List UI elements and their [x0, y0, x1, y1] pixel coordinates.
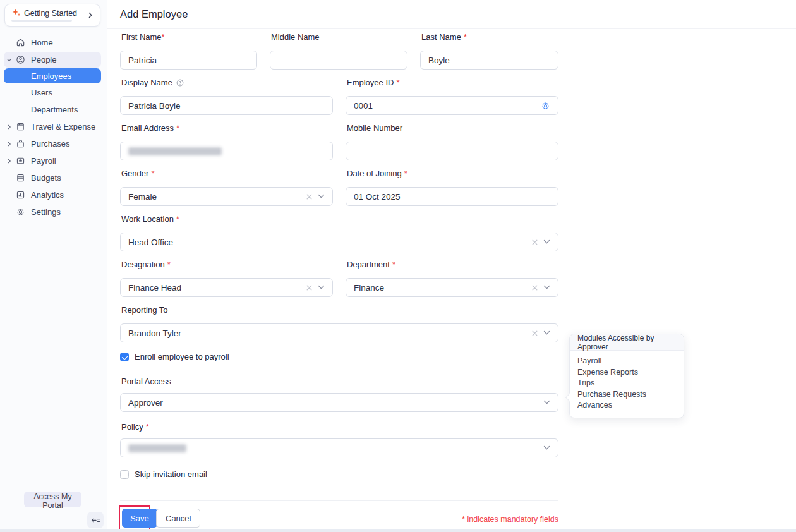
chevron-right-icon[interactable] — [6, 158, 13, 164]
department-label: Department — [347, 260, 395, 269]
sidebar-item-label: Budgets — [31, 173, 61, 183]
required-asterisk — [151, 169, 154, 178]
required-asterisk — [167, 260, 171, 269]
date-of-joining-label: Date of Joining — [347, 169, 407, 178]
tooltip-item: Trips — [577, 378, 676, 389]
page-title: Add Employee — [120, 8, 188, 20]
sidebar-item-budgets[interactable]: Budgets — [4, 169, 101, 186]
employee-id-label: Employee ID — [347, 78, 399, 87]
skip-invitation-checkbox[interactable]: Skip invitation email — [120, 469, 207, 479]
getting-started-progress — [11, 20, 72, 22]
policy-label: Policy — [121, 422, 149, 432]
sidebar-item-label: Home — [31, 38, 53, 47]
sidebar-item-label: Departments — [31, 105, 78, 114]
sidebar-item-travel-expense[interactable]: Travel & Expense — [4, 118, 101, 135]
required-asterisk — [392, 260, 395, 269]
tooltip-item: Expense Reports — [577, 367, 676, 378]
sidebar-item-departments[interactable]: Departments — [4, 101, 101, 118]
sidebar-item-label: Payroll — [31, 156, 56, 166]
employee-id-field[interactable]: 0001 — [346, 96, 558, 115]
footer-divider — [120, 500, 558, 501]
getting-started-card[interactable]: Getting Started — [4, 4, 100, 27]
clear-icon[interactable] — [306, 284, 313, 291]
chevron-down-icon[interactable] — [318, 194, 325, 199]
enroll-payroll-label: Enroll employee to payroll — [135, 352, 229, 361]
chevron-right-icon[interactable] — [6, 141, 13, 147]
help-icon[interactable] — [176, 78, 184, 87]
first-name-field[interactable]: Patricia — [120, 51, 257, 70]
sidebar-item-label: Settings — [31, 207, 61, 217]
reporting-to-select[interactable]: Brandon Tyler — [120, 323, 558, 342]
required-asterisk — [396, 78, 399, 87]
sidebar-item-purchases[interactable]: Purchases — [4, 135, 101, 152]
sidebar-item-label: People — [31, 55, 56, 64]
main-content: Add Employee First Name Patricia Middle … — [107, 0, 796, 532]
sidebar-item-settings[interactable]: Settings — [4, 203, 101, 221]
sidebar-item-label: Travel & Expense — [31, 122, 95, 131]
required-asterisk — [176, 123, 179, 133]
enroll-payroll-checkbox[interactable]: Enroll employee to payroll — [120, 352, 229, 361]
mobile-field[interactable] — [346, 142, 558, 160]
sidebar-item-analytics[interactable]: Analytics — [4, 186, 101, 203]
chevron-down-icon[interactable] — [543, 330, 550, 336]
chevron-down-icon[interactable] — [543, 285, 550, 290]
department-select[interactable]: Finance — [346, 278, 558, 297]
clear-icon[interactable] — [531, 284, 538, 291]
display-name-field[interactable]: Patricia Boyle — [120, 96, 333, 115]
checkbox-unchecked-icon[interactable] — [120, 470, 129, 479]
id-settings-gear-icon[interactable] — [541, 101, 550, 111]
purchases-icon — [16, 139, 26, 149]
date-of-joining-field[interactable]: 01 Oct 2025 — [346, 187, 558, 206]
sidebar-nav: Home People Employees Users Departments — [4, 34, 101, 221]
required-asterisk — [404, 169, 407, 178]
skip-invitation-label: Skip invitation email — [135, 469, 207, 479]
tooltip-item: Payroll — [577, 356, 676, 367]
chevron-down-icon[interactable] — [318, 285, 325, 290]
middle-name-label: Middle Name — [271, 32, 320, 42]
settings-gear-icon — [16, 207, 26, 217]
last-name-label: Last Name — [421, 32, 467, 42]
sidebar-item-people[interactable]: People — [4, 52, 101, 68]
work-location-select[interactable]: Head Office — [120, 233, 558, 251]
sidebar-item-label: Purchases — [31, 139, 69, 148]
chevron-down-icon[interactable] — [543, 239, 550, 245]
chevron-down-icon[interactable] — [543, 445, 550, 450]
clear-icon[interactable] — [531, 330, 538, 337]
gender-select[interactable]: Female — [120, 187, 333, 206]
sidebar-item-home[interactable]: Home — [4, 34, 101, 51]
getting-started-label: Getting Started — [24, 9, 77, 18]
designation-label: Designation — [121, 260, 171, 269]
email-label: Email Address — [121, 123, 179, 133]
tooltip-item: Advances — [577, 400, 676, 411]
middle-name-field[interactable] — [270, 51, 407, 70]
access-my-portal-button[interactable]: Access My Portal — [24, 492, 81, 507]
redacted-value — [128, 444, 186, 452]
chevron-right-icon[interactable] — [87, 11, 93, 19]
tooltip-item: Purchase Requests — [577, 389, 676, 401]
people-icon — [16, 55, 26, 65]
analytics-icon — [16, 190, 26, 200]
policy-select[interactable] — [120, 438, 558, 457]
clear-icon[interactable] — [531, 239, 538, 246]
sidebar-item-employees[interactable]: Employees — [4, 68, 101, 83]
last-name-field[interactable]: Boyle — [420, 51, 558, 70]
chevron-down-icon[interactable] — [6, 57, 13, 63]
clear-icon[interactable] — [306, 193, 313, 200]
budgets-icon — [16, 173, 26, 183]
chevron-right-icon[interactable] — [6, 124, 13, 130]
checkbox-checked-icon[interactable] — [120, 353, 129, 361]
collapse-sidebar-button[interactable] — [87, 512, 104, 528]
travel-expense-icon — [16, 122, 26, 132]
collapse-sidebar-icon — [90, 516, 101, 524]
display-name-label: Display Name — [121, 78, 184, 87]
chevron-down-icon[interactable] — [543, 400, 550, 405]
work-location-label: Work Location — [121, 214, 179, 224]
sidebar-item-users[interactable]: Users — [4, 84, 101, 101]
portal-access-select[interactable]: Approver — [120, 393, 558, 412]
sidebar-item-payroll[interactable]: Payroll — [4, 152, 101, 169]
designation-select[interactable]: Finance Head — [120, 278, 333, 297]
header-divider — [107, 28, 796, 29]
sparkle-icon — [11, 8, 21, 18]
email-field[interactable] — [120, 142, 333, 160]
first-name-label: First Name — [121, 32, 165, 42]
